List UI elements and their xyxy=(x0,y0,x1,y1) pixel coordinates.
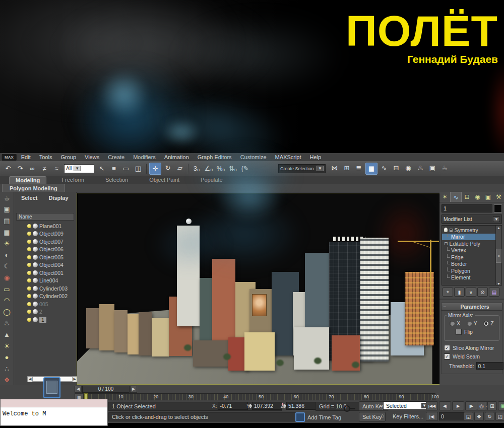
selection-filter-dropdown[interactable]: All▼ xyxy=(64,164,94,173)
menu-help[interactable]: Help xyxy=(310,154,322,160)
window-crossing-icon[interactable]: ◫ xyxy=(133,163,144,174)
stack-symmetry[interactable]: ⊟ Symmetry xyxy=(442,227,501,234)
teapot-primitive-icon[interactable]: ♨ xyxy=(2,318,13,329)
percent-snap-icon[interactable]: %ₙ xyxy=(215,163,226,174)
layer-manager-icon[interactable]: ≣ xyxy=(353,163,364,174)
next-frame-icon[interactable]: |▶ xyxy=(465,401,477,410)
scene-object-row[interactable]: Object006 xyxy=(14,246,76,254)
slice-along-mirror-checkbox[interactable]: ✓ Slice Along Mirror xyxy=(444,345,499,351)
grid-sheet-icon[interactable]: ▦ xyxy=(2,227,13,238)
torus-primitive-icon[interactable]: ◯ xyxy=(2,307,13,317)
teapot-render-icon[interactable]: ☕ xyxy=(2,193,13,203)
welcome-window[interactable]: Welcome to M xyxy=(0,399,108,426)
scene-object-row[interactable]: 005 xyxy=(14,300,76,308)
previous-frame-icon[interactable]: ◀| xyxy=(439,401,451,410)
scene-object-row[interactable]: Object007 xyxy=(14,238,76,246)
select-and-rotate-icon[interactable]: ↻ xyxy=(162,163,173,174)
ribbon-tab-object-paint[interactable]: Object Paint xyxy=(143,176,185,184)
ribbon-toggle-icon[interactable]: ▦ xyxy=(365,163,377,175)
threshold-field[interactable] xyxy=(476,362,503,370)
select-object-icon[interactable]: ↖ xyxy=(96,163,107,174)
sun-light-icon[interactable]: ☀ xyxy=(2,341,13,351)
modifier-bulb-icon[interactable] xyxy=(444,228,448,232)
redo-icon[interactable]: ↷ xyxy=(15,163,26,174)
stack-element[interactable]: ⊟ Element xyxy=(442,274,501,281)
viewport-layout-button[interactable] xyxy=(43,377,60,398)
name-column-header[interactable]: Name xyxy=(16,213,74,221)
scatter-icon[interactable]: ∴ xyxy=(2,364,13,374)
key-selection-dropdown[interactable]: Selected ▼ xyxy=(383,401,429,410)
create-tab-icon[interactable]: ✶ xyxy=(439,192,450,202)
stack-polygon[interactable]: ⊟ Polygon xyxy=(442,267,501,274)
named-selection-set-field[interactable]: Create Selection Se ▼ xyxy=(278,164,326,173)
scene-object-row[interactable]: 2 xyxy=(14,308,76,316)
menu-group[interactable]: Group xyxy=(60,154,76,160)
stack-editable-poly[interactable]: ⊟ Editable Poly xyxy=(442,240,501,247)
zoom-extents-icon[interactable]: ▣ xyxy=(498,401,504,410)
modifier-list-dropdown[interactable]: Modifier List ▼ xyxy=(442,215,502,224)
time-back-arrow-icon[interactable]: ◀ xyxy=(75,386,82,393)
visibility-bulb-icon[interactable] xyxy=(27,287,31,291)
edit-named-selection-icon[interactable]: {✎ xyxy=(239,163,250,174)
schematic-view-icon[interactable]: ⊟ xyxy=(391,163,402,174)
scene-object-row[interactable]: Plane001 xyxy=(14,222,76,230)
make-unique-icon[interactable]: ∨ xyxy=(466,288,476,297)
scroll-up-icon[interactable]: ▲ xyxy=(497,226,500,230)
display-tab-icon[interactable]: ▣ xyxy=(483,192,493,202)
menu-views[interactable]: Views xyxy=(85,154,99,160)
menu-create[interactable]: Create xyxy=(108,154,124,160)
welcome-window-titlebar[interactable] xyxy=(1,399,107,407)
orbit-icon[interactable]: ↻ xyxy=(485,412,494,421)
menu-customize[interactable]: Customize xyxy=(240,154,267,160)
ribbon-tab-freeform[interactable]: Freeform xyxy=(55,176,90,184)
visibility-bulb-icon[interactable] xyxy=(27,294,31,298)
unlink-selection-icon[interactable]: ≠ xyxy=(39,163,50,174)
select-and-scale-icon[interactable]: ▱ xyxy=(174,163,185,174)
parameters-header[interactable]: − Parameters xyxy=(441,303,502,311)
menu-animation[interactable]: Animation xyxy=(164,154,189,160)
stack-border[interactable]: ⊟ Border xyxy=(442,261,501,268)
visibility-bulb-icon[interactable] xyxy=(27,263,31,267)
utilities-tab-icon[interactable]: ⚒ xyxy=(493,192,504,202)
scene-object-row[interactable]: Object001 xyxy=(14,269,76,277)
select-and-move-icon[interactable]: ✛ xyxy=(149,163,161,175)
snaps-toggle-icon[interactable]: 3ₙ xyxy=(191,163,202,174)
menu-maxscript[interactable]: MAXScript xyxy=(275,154,301,160)
zoom-region-icon[interactable]: ◱ xyxy=(464,412,473,421)
visibility-bulb-icon[interactable] xyxy=(27,302,31,306)
keyframe-shape-icon[interactable]: ⌂ xyxy=(381,412,387,419)
hierarchy-tab-icon[interactable]: ⊟ xyxy=(462,192,472,202)
cone-primitive-icon[interactable]: ▲ xyxy=(2,329,13,340)
curve-editor-icon[interactable]: ∿ xyxy=(379,163,390,174)
render-production-icon[interactable]: ☕ xyxy=(439,163,450,174)
select-by-name-icon[interactable]: ≡ xyxy=(108,163,119,174)
ribbon-tab-selection[interactable]: Selection xyxy=(99,176,134,184)
visibility-bulb-icon[interactable] xyxy=(27,224,31,228)
visibility-bulb-icon[interactable] xyxy=(27,232,31,236)
visibility-bulb-icon[interactable] xyxy=(27,278,31,282)
axis-radio[interactable]: Z xyxy=(483,320,493,326)
visibility-bulb-icon[interactable] xyxy=(27,318,31,322)
visibility-bulb-icon[interactable] xyxy=(27,240,31,244)
stack-scrollbar[interactable]: ▲ ≡ ▼ xyxy=(495,226,501,286)
plane-primitive-icon[interactable]: ▭ xyxy=(2,284,13,295)
visibility-bulb-icon[interactable] xyxy=(27,310,31,314)
menu-tools[interactable]: Tools xyxy=(39,154,52,160)
spreadsheet-icon[interactable]: ▤ xyxy=(2,216,13,226)
scene-object-row[interactable]: Cylinder002 xyxy=(14,293,76,301)
y-coordinate-field[interactable] xyxy=(252,402,282,410)
key-filters-button[interactable]: Key Filters... xyxy=(390,412,426,420)
max-logo-button[interactable]: MAX xyxy=(1,154,17,161)
scene-object-row[interactable]: Cylinder003 xyxy=(14,284,76,293)
visibility-bulb-icon[interactable] xyxy=(27,271,31,275)
object-name-field[interactable] xyxy=(442,204,492,212)
pin-stack-icon[interactable]: ⌖ xyxy=(443,288,453,297)
stack-edge[interactable]: ⊟ Edge xyxy=(442,254,501,261)
align-icon[interactable]: ⊞ xyxy=(341,163,352,174)
zoom-icon[interactable]: ◎ xyxy=(477,401,486,410)
key-mode-toggle-icon[interactable]: |◀| xyxy=(426,412,438,421)
time-forward-arrow-icon[interactable]: ▶ xyxy=(130,386,137,393)
scene-object-row[interactable]: 1 xyxy=(14,316,76,324)
z-coordinate-field[interactable] xyxy=(286,402,317,410)
light-lister-icon[interactable]: ☀ xyxy=(2,238,13,249)
